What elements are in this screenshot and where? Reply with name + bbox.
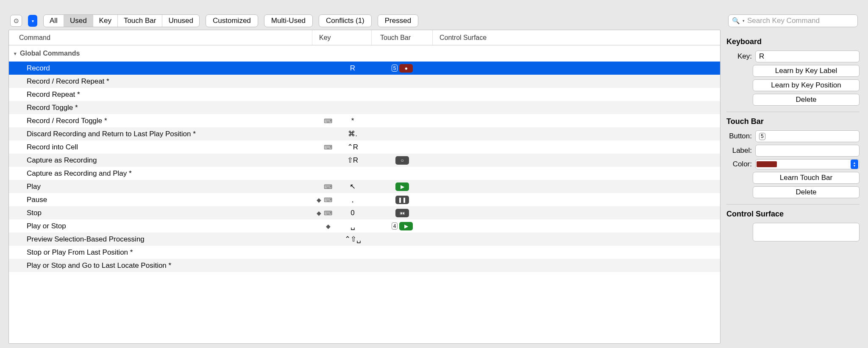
touchbar-cell: ⏮	[372, 209, 433, 217]
keyboard-icon: ⌨	[324, 183, 332, 190]
layers-icon: ◆	[315, 196, 323, 203]
learn-by-key-label-button[interactable]: Learn by Key Label	[753, 65, 860, 77]
filter-pill-multi-used[interactable]: Multi-Used	[264, 14, 313, 27]
tb-label-label: Label:	[726, 146, 755, 155]
key-indicators: ⌨	[312, 118, 334, 124]
section-controlsurface-title: Control Surface	[726, 210, 860, 219]
search-scope-icon: ▾	[743, 19, 745, 23]
touchbar-cell: 5●	[372, 64, 433, 73]
key-indicators: ◆⌨	[312, 196, 334, 203]
group-title: Global Commands	[20, 50, 80, 57]
command-row[interactable]: Record / Record Toggle *⌨*	[9, 114, 720, 127]
command-row[interactable]: Preview Selection-Based Processing⌃⇧␣	[9, 233, 720, 246]
key-value: ⌃R	[334, 143, 372, 152]
command-row[interactable]: Record / Record Repeat *	[9, 75, 720, 88]
controlsurface-assignment-box[interactable]	[753, 223, 860, 241]
filter-all[interactable]: All	[44, 15, 64, 27]
tb-label-input[interactable]	[755, 145, 860, 157]
key-value: ⌘.	[334, 129, 372, 138]
tb-button-field[interactable]: 5	[755, 130, 860, 142]
command-name: Record Repeat *	[9, 90, 312, 99]
search-icon: 🔍	[732, 17, 740, 25]
key-value: ,	[334, 196, 372, 204]
command-name: Record / Record Repeat *	[9, 77, 312, 86]
group-header[interactable]: ▾ Global Commands	[9, 45, 720, 62]
touchbar-slot-badge: 4	[392, 222, 398, 230]
filter-pill-customized[interactable]: Customized	[206, 14, 258, 27]
key-input[interactable]	[755, 51, 860, 62]
filter-pill-conflicts-1-[interactable]: Conflicts (1)	[319, 14, 372, 27]
touchbar-button-icon: ❚❚	[395, 196, 409, 204]
color-stepper-icon[interactable]: ▲▼	[851, 160, 858, 169]
filter-used[interactable]: Used	[64, 15, 93, 27]
col-key[interactable]: Key	[312, 30, 372, 45]
tb-color-label: Color:	[726, 160, 755, 168]
command-name: Play or Stop	[9, 222, 312, 230]
command-row[interactable]: Capture as Recording and Play *	[9, 167, 720, 180]
command-row[interactable]: Stop or Play From Last Position *	[9, 246, 720, 259]
key-value: ⇧R	[334, 156, 372, 165]
command-name: Discard Recording and Return to Last Pla…	[9, 130, 312, 138]
key-indicators: ◆⌨	[312, 210, 334, 216]
learn-touch-bar-button[interactable]: Learn Touch Bar	[753, 172, 860, 184]
key-indicators: ◆	[312, 223, 334, 230]
keyboard-icon: ⌨	[324, 210, 332, 216]
command-row[interactable]: Record Toggle *	[9, 101, 720, 114]
tb-color-field[interactable]: ▲▼	[755, 159, 860, 169]
command-name: Play or Stop and Go to Last Locate Posit…	[9, 261, 312, 270]
commands-table: Command Key Touch Bar Control Surface ▾ …	[8, 30, 721, 344]
touchbar-slot-badge: 5	[392, 65, 398, 72]
key-value: ↖	[334, 182, 372, 191]
command-name: Capture as Recording	[9, 156, 312, 165]
tb-button-label: Button:	[726, 132, 755, 140]
command-row[interactable]: Play or Stop◆␣4▶	[9, 219, 720, 233]
key-indicators: ⌨	[312, 183, 334, 190]
col-command[interactable]: Command	[9, 30, 312, 45]
col-touchbar[interactable]: Touch Bar	[372, 30, 433, 45]
key-value: 0	[334, 209, 372, 217]
filter-toolbar: ⊙ ▾ AllUsedKeyTouch BarUnused Customized…	[0, 0, 868, 30]
options-menu-icon[interactable]: ⊙	[10, 15, 22, 27]
command-name: Pause	[9, 196, 312, 204]
touchbar-cell: 4▶	[372, 222, 433, 230]
chevron-down-icon: ▾	[32, 19, 34, 23]
command-row[interactable]: Record Repeat *	[9, 88, 720, 101]
command-row[interactable]: Discard Recording and Return to Last Pla…	[9, 127, 720, 140]
layers-icon: ◆	[324, 223, 332, 230]
section-touchbar-title: Touch Bar	[726, 117, 860, 126]
command-name: Stop or Play From Last Position *	[9, 248, 312, 257]
command-row[interactable]: Stop◆⌨0⏮	[9, 206, 720, 219]
command-row[interactable]: Pause◆⌨,❚❚	[9, 193, 720, 206]
learn-by-key-position-button[interactable]: Learn by Key Position	[753, 79, 860, 91]
command-row[interactable]: Capture as Recording⇧R○	[9, 154, 720, 167]
command-row[interactable]: Play or Stop and Go to Last Locate Posit…	[9, 259, 720, 272]
color-swatch	[757, 161, 777, 167]
command-row[interactable]: Play⌨↖▶	[9, 180, 720, 193]
filter-key[interactable]: Key	[93, 15, 117, 27]
keyboard-delete-button[interactable]: Delete	[753, 94, 860, 106]
touchbar-button-icon: ⏮	[395, 209, 409, 217]
key-value: R	[334, 64, 372, 73]
filter-touch-bar[interactable]: Touch Bar	[117, 15, 162, 27]
command-name: Record into Cell	[9, 143, 312, 152]
section-keyboard-title: Keyboard	[726, 37, 860, 46]
search-field[interactable]: 🔍 ▾	[728, 14, 858, 27]
filter-pill-pressed[interactable]: Pressed	[378, 14, 418, 27]
command-name: Record	[9, 64, 312, 73]
touchbar-button-icon: ▶	[399, 222, 413, 230]
command-row[interactable]: Record into Cell⌨⌃R	[9, 140, 720, 154]
filter-unused[interactable]: Unused	[162, 15, 199, 27]
command-name: Record Toggle *	[9, 104, 312, 112]
search-input[interactable]	[747, 17, 854, 25]
touchbar-delete-button[interactable]: Delete	[753, 186, 860, 198]
key-value: *	[334, 117, 372, 125]
command-row[interactable]: RecordR5●	[9, 62, 720, 75]
disclosure-triangle-icon[interactable]: ▾	[12, 51, 18, 56]
col-controlsurface[interactable]: Control Surface	[433, 30, 720, 45]
command-name: Play	[9, 182, 312, 191]
dropdown-button[interactable]: ▾	[28, 15, 37, 27]
touchbar-button-icon: ▶	[395, 182, 409, 191]
touchbar-cell: ❚❚	[372, 196, 433, 204]
touchbar-button-icon: ●	[399, 64, 413, 73]
inspector-panel: Keyboard Key: Learn by Key Label Learn b…	[726, 30, 860, 344]
